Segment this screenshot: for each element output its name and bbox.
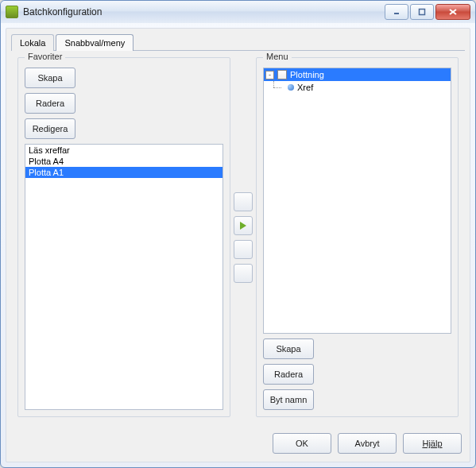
- menu-tree[interactable]: - Plottning Xref: [263, 68, 451, 334]
- close-icon: [448, 8, 458, 16]
- menu-legend: Menu: [263, 52, 292, 61]
- transfer-btn-4[interactable]: [234, 264, 253, 283]
- avbryt-button[interactable]: Avbryt: [338, 433, 397, 454]
- folder-icon: [277, 70, 287, 79]
- titlebar: Batchkonfiguration: [1, 1, 475, 23]
- expand-icon[interactable]: -: [265, 71, 274, 79]
- transfer-btn-right[interactable]: [234, 216, 253, 235]
- favoriter-group: Favoriter Skapa Radera Redigera Läs xref…: [17, 57, 230, 417]
- transfer-btn-1[interactable]: [234, 192, 253, 211]
- menu-button-col: Skapa Radera Byt namn: [263, 338, 314, 410]
- tab-snabbval-meny[interactable]: Snabbval/meny: [56, 34, 134, 51]
- tree-connector: [265, 81, 284, 94]
- ok-button[interactable]: OK: [273, 433, 331, 454]
- client-area: Lokala Snabbval/meny Favoriter Skapa Rad…: [6, 28, 470, 462]
- transfer-column: [234, 57, 253, 417]
- list-item[interactable]: Plotta A4: [25, 156, 223, 167]
- tree-node-plottning[interactable]: - Plottning: [264, 68, 451, 81]
- list-item[interactable]: Läs xreffar: [25, 145, 223, 156]
- hjalp-button[interactable]: Hjälp: [403, 433, 462, 454]
- svg-rect-1: [420, 10, 425, 15]
- dialog-window: Batchkonfiguration Lokala Snabbval/meny: [0, 0, 476, 468]
- menu-radera-button[interactable]: Radera: [263, 364, 314, 385]
- menu-group: Menu - Plottning Xref Skapa Radera: [256, 57, 459, 417]
- maximize-button[interactable]: [410, 4, 434, 20]
- tabstrip: Lokala Snabbval/meny: [6, 29, 470, 50]
- menu-byt-namn-button[interactable]: Byt namn: [263, 389, 314, 410]
- maximize-icon: [418, 8, 426, 16]
- window-title: Batchkonfiguration: [23, 6, 385, 17]
- list-item[interactable]: Plotta A1: [25, 167, 223, 178]
- favoriter-button-col: Skapa Radera Redigera: [25, 68, 75, 139]
- minimize-button[interactable]: [385, 4, 408, 20]
- tab-body: Favoriter Skapa Radera Redigera Läs xref…: [11, 50, 465, 424]
- minimize-icon: [393, 8, 401, 16]
- app-icon: [6, 6, 18, 18]
- favoriter-redigera-button[interactable]: Redigera: [25, 118, 75, 139]
- favoriter-list[interactable]: Läs xreffar Plotta A4 Plotta A1: [25, 144, 223, 410]
- hjalp-label: Hjälp: [422, 439, 442, 448]
- tree-node-label: Xref: [297, 83, 313, 92]
- favoriter-radera-button[interactable]: Radera: [25, 93, 75, 114]
- node-icon: [288, 84, 294, 91]
- transfer-btn-3[interactable]: [234, 240, 253, 259]
- favoriter-legend: Favoriter: [25, 52, 65, 61]
- favoriter-skapa-button[interactable]: Skapa: [25, 68, 75, 88]
- menu-skapa-button[interactable]: Skapa: [263, 338, 314, 359]
- tab-lokala[interactable]: Lokala: [11, 34, 54, 51]
- tree-node-label: Plottning: [290, 70, 324, 79]
- window-controls: [385, 4, 470, 20]
- dialog-footer: OK Avbryt Hjälp: [6, 428, 470, 462]
- close-button[interactable]: [435, 4, 470, 20]
- arrow-right-icon: [240, 222, 246, 230]
- tree-node-xref[interactable]: Xref: [264, 81, 451, 94]
